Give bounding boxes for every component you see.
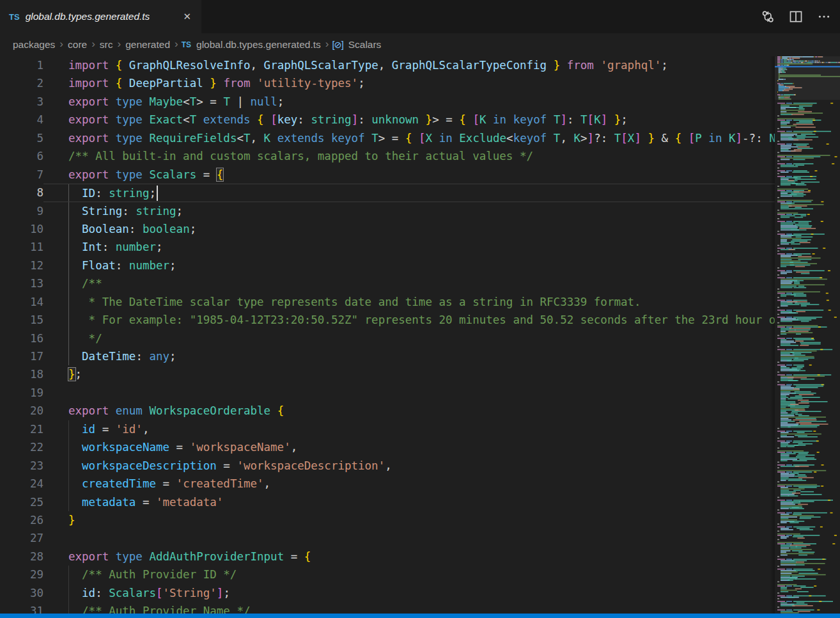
tab-title: global.db.types.generated.ts: [26, 11, 150, 22]
chevron-right-icon: ›: [118, 38, 121, 51]
code-text: id: Scalars['String'];: [43, 584, 775, 602]
line-number: 4: [0, 111, 43, 129]
code-line[interactable]: 14 * The DateTime scalar type represents…: [0, 293, 775, 311]
code-text: String: string;: [43, 202, 775, 220]
breadcrumb-item-generated[interactable]: generated: [124, 38, 171, 51]
status-bar: [0, 614, 840, 618]
line-number: 20: [0, 402, 43, 420]
line-number: 28: [0, 548, 43, 566]
code-line[interactable]: 8 ID: string;: [0, 184, 775, 202]
compare-changes-icon[interactable]: [758, 7, 777, 26]
breadcrumb-item-scalars[interactable]: Scalars: [347, 38, 383, 51]
more-actions-icon[interactable]: [814, 7, 834, 26]
line-number: 1: [0, 56, 43, 74]
code-text: };: [43, 365, 775, 383]
code-line[interactable]: 9 String: string;: [0, 202, 775, 220]
typescript-file-icon: TS: [182, 40, 191, 49]
breadcrumb-item-src[interactable]: src: [98, 38, 114, 51]
line-number: 10: [0, 220, 43, 238]
code-text: /** Auth Provider Name */: [43, 602, 775, 614]
breadcrumb: packages › core › src › generated › TS g…: [0, 33, 840, 56]
code-text: [43, 529, 775, 547]
code-line[interactable]: 23 workspaceDescription = 'workspaceDesc…: [0, 457, 775, 475]
line-number: 25: [0, 493, 43, 511]
code-text: export type AddAuthProviderInput = {: [43, 548, 775, 566]
indent-guide: [68, 220, 69, 238]
code-line[interactable]: 20export enum WorkspaceOrderable {: [0, 402, 775, 420]
code-text: id = 'id',: [43, 420, 775, 438]
tab-global-db-types[interactable]: TS global.db.types.generated.ts ✕: [0, 0, 201, 33]
code-line[interactable]: 5export type RequireFields<T, K extends …: [0, 129, 775, 147]
code-line[interactable]: 11 Int: number;: [0, 238, 775, 256]
indent-guide: [68, 584, 69, 602]
indent-guide: [68, 347, 69, 365]
code-line[interactable]: 27: [0, 529, 775, 547]
code-text: ID: string;: [43, 184, 775, 202]
code-text: workspaceDescription = 'workspaceDescrip…: [43, 457, 775, 475]
code-line[interactable]: 19: [0, 384, 775, 402]
line-number: 12: [0, 257, 43, 274]
code-line[interactable]: 28export type AddAuthProviderInput = {: [0, 548, 775, 566]
code-line[interactable]: 24 createdTime = 'createdTime',: [0, 475, 775, 493]
indent-guide: [68, 274, 69, 292]
code-line[interactable]: 15 * For example: "1985-04-12T23:20:50.5…: [0, 311, 775, 329]
code-line[interactable]: 18};: [0, 365, 775, 383]
vscode-window: TS global.db.types.generated.ts ✕: [0, 0, 840, 618]
code-line[interactable]: 10 Boolean: boolean;: [0, 220, 775, 238]
code-line[interactable]: 21 id = 'id',: [0, 420, 775, 438]
line-number: 3: [0, 93, 43, 111]
breadcrumb-item-packages[interactable]: packages: [12, 38, 56, 51]
code-text: Int: number;: [43, 238, 775, 256]
code-line[interactable]: 12 Float: number;: [0, 257, 775, 274]
line-number: 26: [0, 511, 43, 529]
typescript-file-icon: TS: [9, 12, 20, 22]
indent-guide: [68, 257, 69, 274]
code-line[interactable]: 2import { DeepPartial } from 'utility-ty…: [0, 74, 775, 92]
line-number: 30: [0, 584, 43, 602]
code-text: import { GraphQLResolveInfo, GraphQLScal…: [43, 56, 775, 74]
code-line[interactable]: 30 id: Scalars['String'];: [0, 584, 775, 602]
code-text: [43, 384, 775, 402]
code-line[interactable]: 26}: [0, 511, 775, 529]
code-line[interactable]: 25 metadata = 'metadata': [0, 493, 775, 511]
code-line[interactable]: 16 */: [0, 329, 775, 347]
line-number: 8: [0, 184, 43, 202]
text-cursor: [157, 186, 158, 201]
breadcrumb-item-filename[interactable]: global.db.types.generated.ts: [195, 38, 322, 51]
close-tab-icon[interactable]: ✕: [180, 10, 194, 24]
indent-guide: [68, 293, 69, 311]
split-editor-icon[interactable]: [786, 7, 805, 26]
code-line[interactable]: 3export type Maybe<T> = T | null;: [0, 93, 775, 111]
code-text: export type RequireFields<T, K extends k…: [43, 129, 775, 147]
code-line[interactable]: 29 /** Auth Provider ID */: [0, 566, 775, 583]
code-line[interactable]: 31 /** Auth Provider Name */: [0, 602, 775, 614]
chevron-right-icon: ›: [325, 38, 329, 51]
code-line[interactable]: 22 workspaceName = 'workspaceName',: [0, 438, 775, 456]
code-line[interactable]: 1import { GraphQLResolveInfo, GraphQLSca…: [0, 56, 775, 74]
symbol-type-icon: [⊘]: [332, 40, 343, 50]
tab-bar: TS global.db.types.generated.ts ✕: [0, 0, 840, 33]
code-text: export type Exact<T extends { [key: stri…: [43, 111, 775, 129]
code-editor[interactable]: 1import { GraphQLResolveInfo, GraphQLSca…: [0, 56, 840, 614]
code-line[interactable]: 4export type Exact<T extends { [key: str…: [0, 111, 775, 129]
minimap[interactable]: [775, 56, 840, 614]
chevron-right-icon: ›: [175, 38, 178, 51]
chevron-right-icon: ›: [59, 38, 63, 51]
indent-guide: [68, 311, 69, 329]
line-number: 23: [0, 457, 43, 475]
code-text: Boolean: boolean;: [43, 220, 775, 238]
indent-guide: [68, 566, 69, 583]
code-text: */: [43, 329, 775, 347]
code-line[interactable]: 7export type Scalars = {: [0, 166, 775, 184]
line-number: 22: [0, 438, 43, 456]
line-number: 27: [0, 529, 43, 547]
line-number: 21: [0, 420, 43, 438]
breadcrumb-item-core[interactable]: core: [66, 38, 88, 51]
code-line[interactable]: 17 DateTime: any;: [0, 347, 775, 365]
code-line[interactable]: 13 /**: [0, 274, 775, 292]
code-text: /** Auth Provider ID */: [43, 566, 775, 583]
line-number: 9: [0, 202, 43, 220]
indent-guide: [68, 238, 69, 256]
code-line[interactable]: 6/** All built-in and custom scalars, ma…: [0, 147, 775, 165]
code-lines[interactable]: 1import { GraphQLResolveInfo, GraphQLSca…: [0, 56, 775, 614]
